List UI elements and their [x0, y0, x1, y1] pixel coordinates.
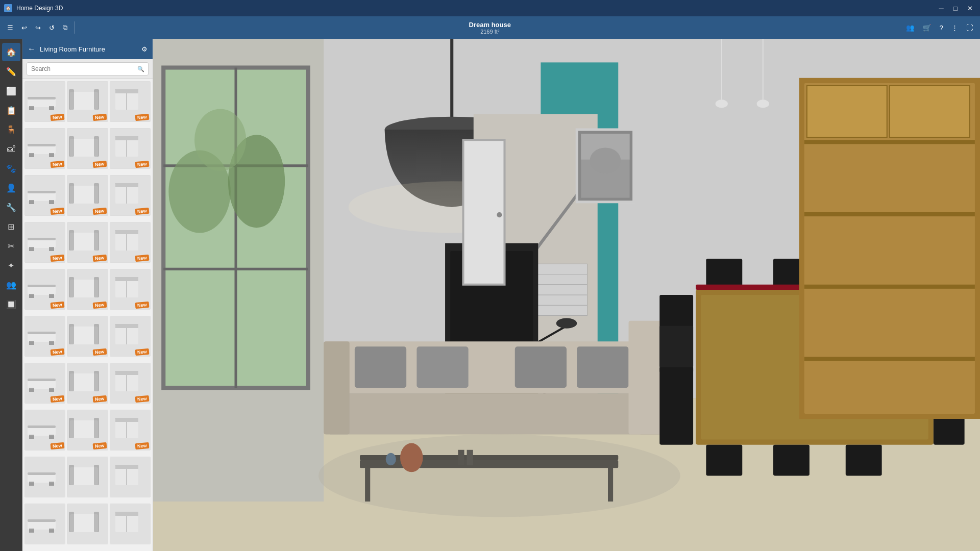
back-button[interactable]: ←	[28, 44, 36, 54]
svg-point-174	[590, 147, 621, 173]
svg-rect-134	[324, 341, 350, 434]
furniture-item[interactable]: New	[24, 410, 65, 450]
icon-room[interactable]: ⬜	[2, 82, 20, 100]
users-button[interactable]: 👥	[903, 22, 918, 34]
furniture-item[interactable]: New	[67, 128, 108, 169]
icon-furniture[interactable]: 🪑	[2, 120, 20, 139]
furniture-item[interactable]: New	[24, 363, 65, 404]
minimize-button[interactable]: ─	[935, 2, 947, 14]
furniture-item[interactable]: New	[110, 269, 151, 310]
project-size: 2169 ft²	[79, 29, 901, 35]
more-menu-button[interactable]: ⋮	[948, 22, 961, 34]
icon-home[interactable]: 🏠	[2, 43, 20, 61]
svg-rect-72	[29, 435, 34, 439]
svg-point-177	[757, 99, 769, 108]
furniture-item[interactable]: New	[110, 316, 151, 357]
svg-rect-75	[69, 418, 74, 438]
clipboard-button[interactable]: ⧉	[60, 21, 70, 34]
furniture-item[interactable]: New	[67, 269, 108, 310]
settings-icon[interactable]: ⚙	[141, 45, 148, 53]
furniture-item[interactable]: New	[67, 175, 108, 216]
3d-viewport[interactable]: ◱ Tool ⬜ Room ▯ Wall 🏛 Architecture 🪑 Ob…	[153, 39, 980, 551]
furniture-item[interactable]: New	[67, 222, 108, 263]
furniture-item[interactable]: New	[67, 410, 108, 450]
svg-rect-26	[94, 183, 99, 204]
furniture-item[interactable]: New	[67, 363, 108, 404]
icon-grid[interactable]: ⊞	[2, 217, 20, 236]
refresh-button[interactable]: ↺	[46, 22, 58, 34]
furniture-item[interactable]: New	[110, 81, 151, 122]
furniture-item[interactable]: New	[110, 222, 151, 263]
furniture-item[interactable]	[67, 504, 108, 544]
close-button[interactable]: ✕	[964, 2, 976, 14]
svg-rect-95	[69, 512, 74, 532]
furniture-item[interactable]: New	[110, 363, 151, 404]
furniture-item[interactable]: New	[24, 222, 65, 263]
icon-star[interactable]: ✦	[2, 256, 20, 274]
panel-header: ← Living Room Furniture ⚙	[22, 39, 153, 59]
furniture-item[interactable]	[110, 457, 151, 497]
furniture-item[interactable]: New	[67, 316, 108, 357]
redo-button[interactable]: ↪	[32, 22, 44, 34]
icon-people[interactable]: 👥	[2, 276, 20, 294]
furniture-item[interactable]	[24, 504, 65, 544]
svg-rect-71	[28, 425, 56, 428]
search-input[interactable]	[27, 62, 149, 76]
undo-button[interactable]: ↩	[18, 22, 30, 34]
svg-rect-56	[94, 324, 99, 344]
svg-rect-8	[115, 89, 138, 93]
main-toolbar: ☰ ↩ ↪ ↺ ⧉ Dream house 2169 ft² 👥 🛒 ? ⋮ ⛶	[0, 16, 980, 39]
furniture-grid: NewNewNewNewNewNewNewNewNewNewNewNewNewN…	[22, 79, 153, 551]
svg-rect-18	[115, 136, 138, 140]
svg-rect-68	[115, 371, 138, 375]
furniture-item[interactable]: New	[24, 269, 65, 310]
panel-title: Living Room Furniture	[40, 45, 105, 53]
svg-rect-33	[49, 247, 54, 251]
furniture-item[interactable]	[67, 457, 108, 497]
svg-point-113	[194, 109, 246, 171]
icon-tools[interactable]: 🔧	[2, 198, 20, 216]
svg-rect-83	[49, 482, 54, 486]
window-controls[interactable]: ─ □ ✕	[935, 2, 976, 14]
svg-rect-43	[49, 294, 54, 298]
icon-sofa[interactable]: 🛋	[2, 140, 20, 158]
svg-rect-74	[70, 420, 98, 438]
svg-rect-66	[94, 371, 99, 391]
svg-rect-55	[69, 324, 74, 344]
svg-rect-157	[706, 445, 742, 476]
icon-scissors[interactable]: ✂	[2, 237, 20, 255]
furniture-thumbnail	[25, 504, 65, 544]
furniture-item[interactable]: New	[110, 410, 151, 450]
expand-button[interactable]: ⛶	[963, 22, 976, 34]
help-button[interactable]: ?	[937, 22, 946, 34]
furniture-item[interactable]: New	[24, 128, 65, 169]
svg-rect-96	[94, 512, 99, 532]
icon-person[interactable]: 👤	[2, 179, 20, 197]
icon-layout[interactable]: 🔲	[2, 295, 20, 313]
svg-rect-5	[69, 89, 74, 110]
svg-rect-64	[70, 373, 98, 391]
furniture-item[interactable]	[24, 457, 65, 497]
svg-rect-137	[416, 346, 468, 388]
svg-rect-23	[49, 200, 54, 204]
svg-rect-152	[659, 326, 693, 372]
svg-point-130	[556, 318, 577, 329]
furniture-item[interactable]: New	[110, 128, 151, 169]
icon-edit[interactable]: ✏️	[2, 62, 20, 81]
svg-point-181	[497, 212, 502, 217]
maximize-button[interactable]: □	[949, 2, 962, 14]
furniture-item[interactable]: New	[24, 81, 65, 122]
furniture-item[interactable]: New	[24, 175, 65, 216]
cart-button[interactable]: 🛒	[920, 22, 935, 34]
furniture-item[interactable]	[110, 504, 151, 544]
icon-pets[interactable]: 🐾	[2, 159, 20, 178]
furniture-item[interactable]: New	[67, 81, 108, 122]
icon-clipboard[interactable]: 📋	[2, 101, 20, 119]
svg-rect-84	[70, 467, 98, 485]
svg-rect-44	[70, 280, 98, 297]
hamburger-menu-button[interactable]: ☰	[4, 22, 16, 34]
furniture-item[interactable]: New	[110, 175, 151, 216]
furniture-item[interactable]: New	[24, 316, 65, 357]
furniture-panel: ← Living Room Furniture ⚙ NewNewNewNewNe…	[22, 39, 153, 551]
svg-rect-42	[29, 294, 34, 298]
